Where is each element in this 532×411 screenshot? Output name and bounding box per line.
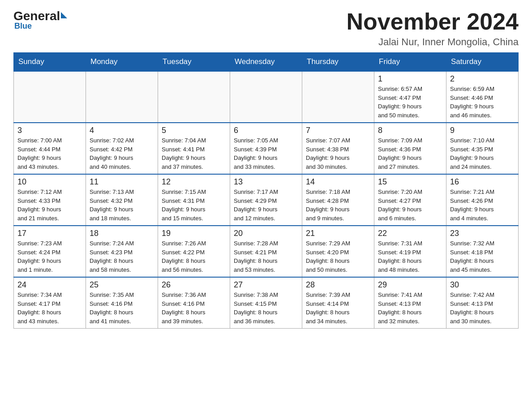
calendar-cell bbox=[230, 71, 302, 123]
day-number: 14 bbox=[306, 177, 370, 187]
col-header-sunday: Sunday bbox=[14, 53, 86, 72]
week-row-1: 3Sunrise: 7:00 AM Sunset: 4:44 PM Daylig… bbox=[14, 123, 519, 174]
day-info: Sunrise: 7:15 AM Sunset: 4:31 PM Dayligh… bbox=[162, 188, 226, 223]
calendar-cell bbox=[86, 71, 158, 123]
logo-arrow-icon bbox=[61, 12, 67, 18]
week-row-4: 24Sunrise: 7:34 AM Sunset: 4:17 PM Dayli… bbox=[14, 277, 519, 329]
calendar-cell bbox=[302, 71, 374, 123]
day-info: Sunrise: 6:59 AM Sunset: 4:46 PM Dayligh… bbox=[450, 85, 515, 120]
col-header-saturday: Saturday bbox=[446, 53, 519, 72]
day-info: Sunrise: 7:18 AM Sunset: 4:28 PM Dayligh… bbox=[306, 188, 370, 223]
day-number: 24 bbox=[17, 280, 82, 290]
day-info: Sunrise: 7:02 AM Sunset: 4:42 PM Dayligh… bbox=[90, 136, 154, 171]
calendar-cell: 1Sunrise: 6:57 AM Sunset: 4:47 PM Daylig… bbox=[374, 71, 446, 123]
calendar-cell: 20Sunrise: 7:28 AM Sunset: 4:21 PM Dayli… bbox=[230, 226, 302, 277]
day-info: Sunrise: 7:23 AM Sunset: 4:24 PM Dayligh… bbox=[17, 239, 82, 274]
day-number: 26 bbox=[162, 280, 226, 290]
calendar-cell: 7Sunrise: 7:07 AM Sunset: 4:38 PM Daylig… bbox=[302, 123, 374, 174]
calendar-cell: 22Sunrise: 7:31 AM Sunset: 4:19 PM Dayli… bbox=[374, 226, 446, 277]
calendar-cell: 21Sunrise: 7:29 AM Sunset: 4:20 PM Dayli… bbox=[302, 226, 374, 277]
day-number: 5 bbox=[162, 126, 226, 135]
calendar-cell: 5Sunrise: 7:04 AM Sunset: 4:41 PM Daylig… bbox=[158, 123, 230, 174]
calendar-cell: 19Sunrise: 7:26 AM Sunset: 4:22 PM Dayli… bbox=[158, 226, 230, 277]
calendar-cell: 8Sunrise: 7:09 AM Sunset: 4:36 PM Daylig… bbox=[374, 123, 446, 174]
day-number: 15 bbox=[378, 177, 442, 187]
col-header-wednesday: Wednesday bbox=[230, 53, 302, 72]
week-row-2: 10Sunrise: 7:12 AM Sunset: 4:33 PM Dayli… bbox=[14, 174, 519, 226]
day-info: Sunrise: 7:28 AM Sunset: 4:21 PM Dayligh… bbox=[234, 239, 298, 274]
day-info: Sunrise: 6:57 AM Sunset: 4:47 PM Dayligh… bbox=[378, 85, 442, 120]
day-info: Sunrise: 7:20 AM Sunset: 4:27 PM Dayligh… bbox=[378, 188, 442, 223]
day-number: 13 bbox=[234, 177, 298, 187]
day-info: Sunrise: 7:26 AM Sunset: 4:22 PM Dayligh… bbox=[162, 239, 226, 274]
day-info: Sunrise: 7:04 AM Sunset: 4:41 PM Dayligh… bbox=[162, 136, 226, 171]
day-info: Sunrise: 7:32 AM Sunset: 4:18 PM Dayligh… bbox=[450, 239, 515, 274]
day-number: 20 bbox=[234, 229, 298, 238]
day-info: Sunrise: 7:09 AM Sunset: 4:36 PM Dayligh… bbox=[378, 136, 442, 171]
calendar-cell bbox=[158, 71, 230, 123]
day-number: 7 bbox=[306, 126, 370, 135]
page-header: General Blue November 2024 Jalai Nur, In… bbox=[13, 9, 519, 48]
day-number: 12 bbox=[162, 177, 226, 187]
day-info: Sunrise: 7:38 AM Sunset: 4:15 PM Dayligh… bbox=[234, 291, 298, 325]
day-info: Sunrise: 7:13 AM Sunset: 4:32 PM Dayligh… bbox=[90, 188, 154, 223]
day-number: 29 bbox=[378, 280, 442, 290]
day-info: Sunrise: 7:35 AM Sunset: 4:16 PM Dayligh… bbox=[90, 291, 154, 325]
calendar-cell: 14Sunrise: 7:18 AM Sunset: 4:28 PM Dayli… bbox=[302, 174, 374, 226]
day-number: 25 bbox=[90, 280, 154, 290]
day-info: Sunrise: 7:41 AM Sunset: 4:13 PM Dayligh… bbox=[378, 291, 442, 325]
calendar-cell: 6Sunrise: 7:05 AM Sunset: 4:39 PM Daylig… bbox=[230, 123, 302, 174]
day-number: 23 bbox=[450, 229, 515, 238]
title-area: November 2024 Jalai Nur, Inner Mongolia,… bbox=[347, 9, 519, 48]
calendar-cell: 24Sunrise: 7:34 AM Sunset: 4:17 PM Dayli… bbox=[14, 277, 86, 329]
day-info: Sunrise: 7:10 AM Sunset: 4:35 PM Dayligh… bbox=[450, 136, 515, 171]
calendar-cell: 2Sunrise: 6:59 AM Sunset: 4:46 PM Daylig… bbox=[446, 71, 519, 123]
day-number: 27 bbox=[234, 280, 298, 290]
calendar-cell: 4Sunrise: 7:02 AM Sunset: 4:42 PM Daylig… bbox=[86, 123, 158, 174]
day-number: 9 bbox=[450, 126, 515, 135]
calendar-cell: 9Sunrise: 7:10 AM Sunset: 4:35 PM Daylig… bbox=[446, 123, 519, 174]
day-number: 4 bbox=[90, 126, 154, 135]
calendar-cell: 3Sunrise: 7:00 AM Sunset: 4:44 PM Daylig… bbox=[14, 123, 86, 174]
calendar-cell: 29Sunrise: 7:41 AM Sunset: 4:13 PM Dayli… bbox=[374, 277, 446, 329]
calendar-cell bbox=[14, 71, 86, 123]
col-header-monday: Monday bbox=[86, 53, 158, 72]
calendar-cell: 15Sunrise: 7:20 AM Sunset: 4:27 PM Dayli… bbox=[374, 174, 446, 226]
day-info: Sunrise: 7:21 AM Sunset: 4:26 PM Dayligh… bbox=[450, 188, 515, 223]
calendar-cell: 10Sunrise: 7:12 AM Sunset: 4:33 PM Dayli… bbox=[14, 174, 86, 226]
day-number: 17 bbox=[17, 229, 82, 238]
day-number: 2 bbox=[450, 74, 515, 84]
day-info: Sunrise: 7:00 AM Sunset: 4:44 PM Dayligh… bbox=[17, 136, 82, 171]
day-info: Sunrise: 7:24 AM Sunset: 4:23 PM Dayligh… bbox=[90, 239, 154, 274]
col-header-friday: Friday bbox=[374, 53, 446, 72]
week-row-0: 1Sunrise: 6:57 AM Sunset: 4:47 PM Daylig… bbox=[14, 71, 519, 123]
calendar-cell: 16Sunrise: 7:21 AM Sunset: 4:26 PM Dayli… bbox=[446, 174, 519, 226]
month-title: November 2024 bbox=[347, 9, 519, 34]
calendar-cell: 17Sunrise: 7:23 AM Sunset: 4:24 PM Dayli… bbox=[14, 226, 86, 277]
day-info: Sunrise: 7:42 AM Sunset: 4:13 PM Dayligh… bbox=[450, 291, 515, 325]
col-header-thursday: Thursday bbox=[302, 53, 374, 72]
day-number: 11 bbox=[90, 177, 154, 187]
week-row-3: 17Sunrise: 7:23 AM Sunset: 4:24 PM Dayli… bbox=[14, 226, 519, 277]
logo: General Blue bbox=[13, 9, 67, 31]
day-number: 28 bbox=[306, 280, 370, 290]
calendar-cell: 27Sunrise: 7:38 AM Sunset: 4:15 PM Dayli… bbox=[230, 277, 302, 329]
day-number: 21 bbox=[306, 229, 370, 238]
calendar-header-row: Sunday Monday Tuesday Wednesday Thursday… bbox=[14, 53, 519, 72]
day-info: Sunrise: 7:34 AM Sunset: 4:17 PM Dayligh… bbox=[17, 291, 82, 325]
day-number: 10 bbox=[17, 177, 82, 187]
day-info: Sunrise: 7:39 AM Sunset: 4:14 PM Dayligh… bbox=[306, 291, 370, 325]
day-number: 30 bbox=[450, 280, 515, 290]
calendar-cell: 11Sunrise: 7:13 AM Sunset: 4:32 PM Dayli… bbox=[86, 174, 158, 226]
day-info: Sunrise: 7:05 AM Sunset: 4:39 PM Dayligh… bbox=[234, 136, 298, 171]
day-number: 8 bbox=[378, 126, 442, 135]
calendar-cell: 28Sunrise: 7:39 AM Sunset: 4:14 PM Dayli… bbox=[302, 277, 374, 329]
day-info: Sunrise: 7:31 AM Sunset: 4:19 PM Dayligh… bbox=[378, 239, 442, 274]
day-number: 3 bbox=[17, 126, 82, 135]
day-info: Sunrise: 7:17 AM Sunset: 4:29 PM Dayligh… bbox=[234, 188, 298, 223]
day-info: Sunrise: 7:12 AM Sunset: 4:33 PM Dayligh… bbox=[17, 188, 82, 223]
calendar-cell: 23Sunrise: 7:32 AM Sunset: 4:18 PM Dayli… bbox=[446, 226, 519, 277]
calendar-cell: 26Sunrise: 7:36 AM Sunset: 4:16 PM Dayli… bbox=[158, 277, 230, 329]
calendar-cell: 25Sunrise: 7:35 AM Sunset: 4:16 PM Dayli… bbox=[86, 277, 158, 329]
day-number: 19 bbox=[162, 229, 226, 238]
